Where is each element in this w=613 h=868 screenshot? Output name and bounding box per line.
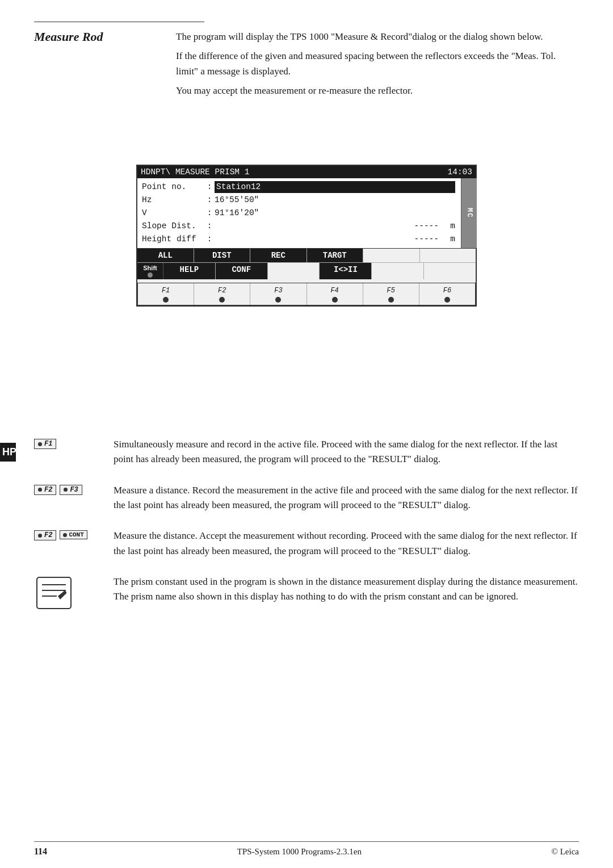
screen-value-hz: 16°55'50" xyxy=(215,194,455,206)
below-sections: F1 Simultaneously measure and record in … xyxy=(34,437,579,627)
shift-key-area: Shift xyxy=(137,263,163,279)
f2f3-icons: F2 F3 xyxy=(34,483,102,495)
shift-dot xyxy=(148,272,153,278)
screen-label-pointno: Point no. xyxy=(142,181,204,193)
note-hand-icon xyxy=(34,575,74,611)
page: Measure Rod The program will display the… xyxy=(0,0,613,868)
hp-label: HP xyxy=(0,443,16,462)
f2f3-section: F2 F3 Measure a distance. Record the mea… xyxy=(34,483,579,513)
f2-dot-icon xyxy=(38,488,42,492)
f2b-label: F2 xyxy=(44,531,52,539)
f1-section: F1 Simultaneously measure and record in … xyxy=(34,437,579,467)
f2-label: F2 xyxy=(44,486,52,494)
fn-btn-targt[interactable]: TARGT xyxy=(307,249,364,262)
screen-unit-slope: m xyxy=(441,220,455,232)
phys-key-f6[interactable]: F6 xyxy=(419,283,475,305)
screen-header: HDNPT\ MEASURE PRISM 1 14:03 xyxy=(137,166,476,178)
phys-key-f5[interactable]: F5 xyxy=(363,283,419,305)
top-rule xyxy=(34,22,204,22)
screen-label-v: V xyxy=(142,207,204,219)
note-section: The prism constant used in the program i… xyxy=(34,575,579,615)
physical-keys-row: F1 F2 F3 F4 xyxy=(137,283,476,305)
device-screen: HDNPT\ MEASURE PRISM 1 14:03 Point no. :… xyxy=(136,165,477,307)
screen-unit-height: m xyxy=(441,233,455,245)
fn-btn-i2ii[interactable]: I<>II xyxy=(320,263,372,279)
f1-icons: F1 xyxy=(34,437,102,449)
f2cont-icons: F2 CONT xyxy=(34,529,102,540)
screen-row-v: V : 91°16'20" xyxy=(142,207,455,220)
fn-btn-all[interactable]: ALL xyxy=(137,249,194,262)
fn-row1: ALL DIST REC TARGT xyxy=(137,248,476,262)
fn-row2: HELP CONF I<>II xyxy=(163,263,476,279)
f3-label: F3 xyxy=(70,486,78,494)
mc-badge: MC xyxy=(461,178,477,248)
screen-body: Point no. : Station12 Hz : 16°55'50" V : xyxy=(137,178,476,248)
fn-btn-empty6 xyxy=(420,249,476,262)
f3-dot xyxy=(275,297,281,303)
fn-btn-empty5 xyxy=(363,249,420,262)
f1-dot xyxy=(163,297,169,303)
intro-p1: The program will display the TPS 1000 "M… xyxy=(176,30,579,44)
fn-btn-conf[interactable]: CONF xyxy=(216,263,268,279)
f3-key-badge: F3 xyxy=(60,485,82,495)
footer-page-number: 114 xyxy=(34,846,47,857)
f1-key-badge: F1 xyxy=(34,439,56,449)
phys-key-f2[interactable]: F2 xyxy=(194,283,250,305)
intro-content: The program will display the TPS 1000 "M… xyxy=(176,30,579,103)
phys-key-f1[interactable]: F1 xyxy=(138,283,194,305)
screen-label-hz: Hz xyxy=(142,194,204,206)
note-text: The prism constant used in the program i… xyxy=(114,575,579,605)
screen-row-pointno: Point no. : Station12 xyxy=(142,181,455,194)
f1-text: Simultaneously measure and record in the… xyxy=(114,437,579,467)
shift-label: Shift xyxy=(143,265,157,271)
screen-label-slope: Slope Dist. xyxy=(142,220,204,232)
intro-p3: You may accept the measurement or re-mea… xyxy=(176,83,579,98)
screen-value-v: 91°16'20" xyxy=(215,207,455,219)
phys-key-f3[interactable]: F3 xyxy=(250,283,306,305)
svg-point-4 xyxy=(63,591,66,594)
f2-key-badge: F2 xyxy=(34,485,56,495)
footer-title: TPS-System 1000 Programs-2.3.1en xyxy=(237,847,362,857)
cont-dot-icon xyxy=(63,533,67,537)
screen-label-height: Height diff xyxy=(142,233,204,245)
fn-btn-rec[interactable]: REC xyxy=(250,249,307,262)
fn-btn-dist[interactable]: DIST xyxy=(194,249,251,262)
cont-key-badge: CONT xyxy=(60,530,87,539)
f1-dot-icon xyxy=(38,442,42,446)
f6-dot xyxy=(444,297,450,303)
fn-row2-container: Shift HELP CONF I<>II xyxy=(137,262,476,279)
phys-key-f4[interactable]: F4 xyxy=(307,283,363,305)
f1-label: F1 xyxy=(44,440,52,448)
f2f3-text: Measure a distance. Record the measureme… xyxy=(114,483,579,513)
cont-label: CONT xyxy=(69,531,83,538)
f2b-key-badge: F2 xyxy=(34,530,56,540)
f2-dot xyxy=(219,297,225,303)
f4-dot xyxy=(332,297,338,303)
fn-btn-help[interactable]: HELP xyxy=(163,263,216,279)
device-screen-area: HDNPT\ MEASURE PRISM 1 14:03 Point no. :… xyxy=(136,165,477,307)
screen-row-hz: Hz : 16°55'50" xyxy=(142,194,455,207)
screen-value-pointno: Station12 xyxy=(215,181,455,193)
footer-copyright: © Leica xyxy=(552,847,579,857)
screen-header-left: HDNPT\ MEASURE PRISM 1 xyxy=(141,167,249,177)
fn-btn-empty6b xyxy=(424,263,476,279)
screen-value-slope: ----- xyxy=(215,220,441,232)
f2cont-section: F2 CONT Measure the distance. Accept the… xyxy=(34,529,579,559)
section-title: Measure Rod xyxy=(34,30,103,44)
intro-p2: If the difference of the given and measu… xyxy=(176,49,579,79)
fn-btn-empty3 xyxy=(268,263,320,279)
f5-dot xyxy=(388,297,394,303)
screen-row-height: Height diff : ----- m xyxy=(142,233,455,246)
note-icon-area xyxy=(34,575,102,615)
f2cont-text: Measure the distance. Accept the measure… xyxy=(114,529,579,559)
f2b-dot-icon xyxy=(38,534,42,538)
screen-header-right: 14:03 xyxy=(447,167,472,177)
footer: 114 TPS-System 1000 Programs-2.3.1en © L… xyxy=(34,841,579,857)
screen-value-height: ----- xyxy=(215,233,441,245)
screen-row-slope: Slope Dist. : ----- m xyxy=(142,220,455,233)
fn-btn-empty5b xyxy=(372,263,424,279)
f3-dot-icon xyxy=(64,488,68,492)
